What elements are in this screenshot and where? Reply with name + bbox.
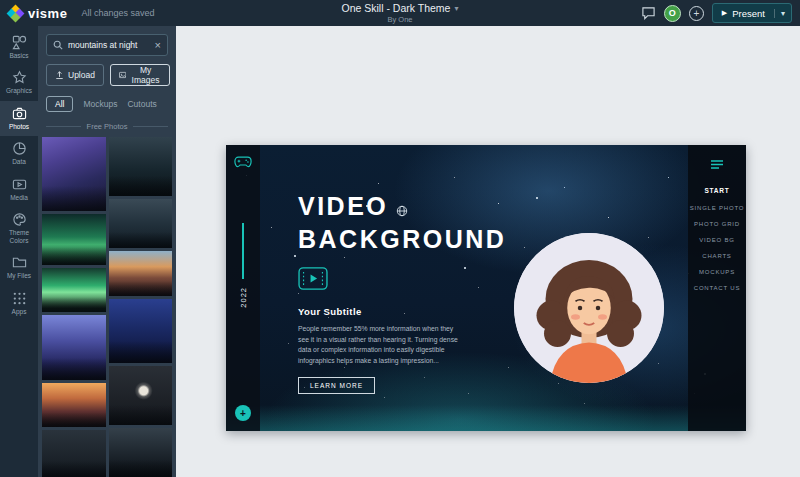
slide-left-bar[interactable]: 2022 + (226, 145, 260, 431)
menu-item-video-bg[interactable]: VIDEO BG (699, 237, 734, 243)
photo-thumbnail[interactable] (109, 299, 173, 363)
tab-all[interactable]: All (46, 96, 73, 112)
photo-thumbnail[interactable] (42, 430, 106, 477)
learn-more-button[interactable]: LEARN MORE (298, 377, 375, 394)
document-title-block[interactable]: One Skill - Dark Theme ▾ By One (342, 0, 459, 26)
app-window: visme All changes saved One Skill - Dark… (0, 0, 800, 477)
sidebar-item-data[interactable]: Data (0, 136, 38, 171)
photo-thumbnail[interactable] (42, 315, 106, 380)
sidebar-item-label: Theme Colors (0, 229, 38, 244)
photo-thumbnail[interactable] (42, 268, 106, 312)
section-label: Free Photos (46, 122, 168, 131)
clear-search-icon[interactable]: × (155, 39, 161, 51)
globe-icon (396, 193, 408, 224)
sidebar-item-label: Media (10, 194, 28, 201)
slide-year[interactable]: 2022 (239, 287, 248, 308)
photo-thumbnail[interactable] (109, 251, 173, 295)
sidebar-item-graphics[interactable]: Graphics (0, 65, 38, 100)
photos-panel: × Upload My Images All Mockups Cutouts F… (38, 26, 176, 477)
apps-icon (12, 291, 27, 306)
woman-portrait-illustration[interactable] (514, 233, 664, 383)
upload-icon (55, 70, 64, 80)
sidebar-item-label: My Files (7, 272, 31, 279)
save-status: All changes saved (81, 8, 154, 18)
photo-thumbnail[interactable] (109, 428, 173, 477)
comments-icon[interactable] (641, 6, 656, 20)
theme-colors-icon (12, 212, 27, 227)
photo-results-grid (38, 137, 176, 477)
menu-item-start[interactable]: START (704, 187, 729, 194)
upload-label: Upload (68, 70, 95, 80)
my-images-button[interactable]: My Images (110, 64, 170, 86)
bottom-glow-decoration (226, 405, 746, 431)
my-files-icon (12, 255, 27, 270)
left-icon-rail: Basics Graphics Photos Data Media Theme … (0, 26, 38, 477)
sidebar-item-label: Photos (9, 123, 29, 130)
menu-item-photo-grid[interactable]: PHOTO GRID (694, 221, 740, 227)
play-icon: ▶ (722, 9, 727, 17)
search-input[interactable] (68, 40, 150, 50)
photo-thumbnail[interactable] (109, 137, 173, 196)
document-author: By One (387, 15, 412, 24)
basics-icon (12, 35, 27, 50)
photo-thumbnail[interactable] (42, 214, 106, 264)
menu-item-charts[interactable]: CHARTS (702, 253, 731, 259)
game-controller-icon[interactable] (234, 155, 252, 173)
graphics-icon (12, 70, 27, 85)
present-label: Present (732, 8, 765, 19)
sidebar-item-theme-colors[interactable]: Theme Colors (0, 207, 38, 250)
document-title: One Skill - Dark Theme (342, 2, 451, 14)
timeline-line (242, 223, 244, 279)
photo-thumbnail[interactable] (109, 366, 173, 425)
my-images-label: My Images (130, 65, 161, 85)
video-play-icon[interactable] (298, 267, 508, 294)
slide[interactable]: 2022 + START SINGLE PHOTO PHOTO GRID VID… (226, 145, 746, 431)
sidebar-item-basics[interactable]: Basics (0, 30, 38, 65)
menu-item-single-photo[interactable]: SINGLE PHOTO (690, 205, 745, 211)
menu-item-contact-us[interactable]: CONTACT US (694, 285, 740, 291)
user-avatar[interactable]: O (664, 5, 681, 22)
tab-cutouts[interactable]: Cutouts (127, 99, 156, 109)
data-icon (12, 141, 27, 156)
chevron-down-icon[interactable]: ▾ (454, 4, 458, 13)
invite-plus-icon[interactable]: + (689, 6, 704, 21)
sidebar-item-label: Data (12, 158, 26, 165)
photo-thumbnail[interactable] (42, 137, 106, 211)
teal-badge-icon[interactable]: + (235, 405, 251, 421)
sidebar-item-label: Apps (12, 308, 27, 315)
top-bar: visme All changes saved One Skill - Dark… (0, 0, 800, 26)
sidebar-item-label: Basics (9, 52, 28, 59)
photos-icon (12, 106, 27, 121)
sidebar-item-apps[interactable]: Apps (0, 286, 38, 321)
slide-menu-bar[interactable]: START SINGLE PHOTO PHOTO GRID VIDEO BG C… (688, 145, 746, 431)
sidebar-item-my-files[interactable]: My Files (0, 250, 38, 285)
slide-body-text[interactable]: People remember 55% more information whe… (298, 324, 458, 366)
tab-mockups[interactable]: Mockups (83, 99, 117, 109)
present-button[interactable]: ▶ Present (713, 8, 774, 19)
photo-thumbnail[interactable] (109, 199, 173, 248)
sidebar-item-media[interactable]: Media (0, 172, 38, 207)
editor-canvas[interactable]: 2022 + START SINGLE PHOTO PHOTO GRID VID… (176, 26, 800, 477)
slide-title[interactable]: VIDEO BACKGROUND (298, 191, 508, 254)
search-icon (53, 40, 63, 50)
present-button-group: ▶ Present ▾ (712, 3, 792, 23)
media-icon (12, 177, 27, 192)
image-icon (119, 70, 126, 80)
upload-button[interactable]: Upload (46, 64, 104, 86)
slide-subtitle[interactable]: Your Subtitle (298, 306, 508, 317)
menu-item-mockups[interactable]: MOCKUPS (699, 269, 735, 275)
logo-text: visme (28, 6, 67, 21)
present-options-caret[interactable]: ▾ (774, 9, 791, 18)
visme-logo-icon (8, 6, 23, 21)
sidebar-item-photos[interactable]: Photos (0, 101, 38, 136)
search-box: × (46, 34, 168, 56)
photo-filter-tabs: All Mockups Cutouts (46, 96, 168, 112)
menu-hamburger-icon[interactable] (711, 155, 723, 173)
visme-logo[interactable]: visme (8, 6, 67, 21)
sidebar-item-label: Graphics (6, 87, 32, 94)
slide-text-block[interactable]: VIDEO BACKGROUND Your Subtitle People re… (298, 191, 508, 394)
photo-thumbnail[interactable] (42, 383, 106, 427)
